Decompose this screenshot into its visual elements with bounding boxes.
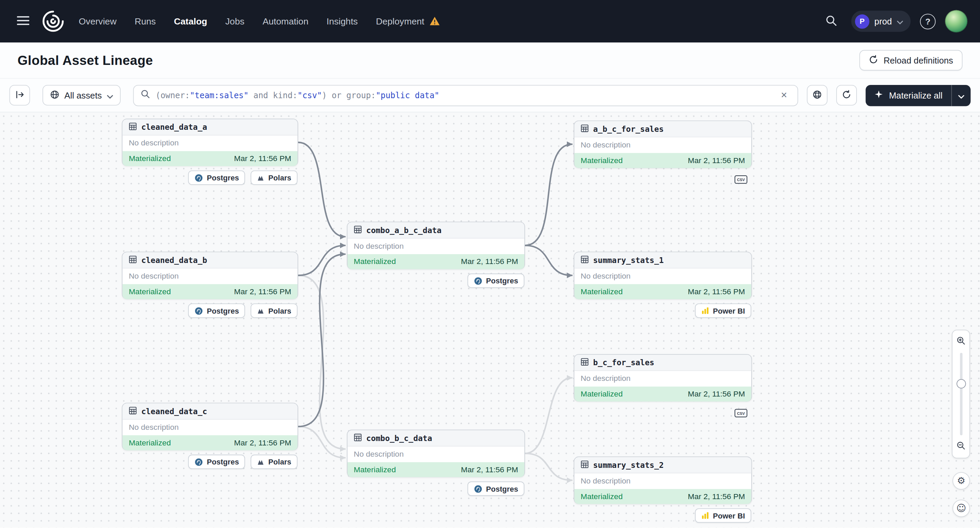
search-button[interactable] xyxy=(821,11,842,32)
kind-tag-postgres[interactable]: Postgres xyxy=(188,303,245,318)
nav-item-insights[interactable]: Insights xyxy=(326,16,358,26)
asset-kind-tags: PostgresPolars xyxy=(188,455,298,469)
asset-node-b_c_for_sales[interactable]: b_c_for_sales No description Materialize… xyxy=(574,354,752,401)
dagster-logo[interactable] xyxy=(40,8,66,34)
asset-node-cleaned_data_a[interactable]: cleaned_data_a No description Materializ… xyxy=(122,119,298,166)
materialize-options-caret[interactable] xyxy=(951,85,970,106)
kind-tag-powerbi[interactable]: Power BI xyxy=(695,508,751,523)
materialized-timestamp: Mar 2, 11:56 PM xyxy=(688,287,745,296)
asset-description: No description xyxy=(574,268,751,284)
table-icon xyxy=(581,459,589,471)
kind-tag-label: Polars xyxy=(268,457,291,466)
asset-scope-dropdown[interactable]: All assets xyxy=(43,85,121,106)
lineage-edge-combo_b_c_data-to-b_c_for_sales xyxy=(525,378,572,453)
asset-node-header: cleaned_data_a xyxy=(123,119,298,136)
kind-tag-polars[interactable]: Polars xyxy=(251,303,298,318)
asset-node-cleaned_data_b[interactable]: cleaned_data_b No description Materializ… xyxy=(122,252,298,299)
kind-tag-polars[interactable]: Polars xyxy=(251,171,298,185)
asset-name: cleaned_data_c xyxy=(141,407,207,416)
asset-node-combo_b_c_data[interactable]: combo_b_c_data No description Materializ… xyxy=(347,430,525,477)
zoom-out-button[interactable] xyxy=(954,440,968,453)
asset-name: summary_stats_2 xyxy=(593,460,663,470)
asset-node-summary_stats_1[interactable]: summary_stats_1 No description Materiali… xyxy=(574,252,752,299)
svg-text:CSV: CSV xyxy=(737,411,745,415)
settings-button[interactable]: ⚙ xyxy=(953,472,970,490)
kind-tag-csv[interactable]: CSV xyxy=(735,406,748,420)
zoom-slider[interactable] xyxy=(959,353,962,435)
materialized-timestamp: Mar 2, 11:56 PM xyxy=(461,257,518,266)
materialize-all-button[interactable]: Materialize all xyxy=(866,85,970,106)
asset-kind-tags: Power BI xyxy=(695,303,751,318)
kind-tag-powerbi[interactable]: Power BI xyxy=(695,303,751,318)
asset-description: No description xyxy=(123,420,298,435)
materialize-sparkle-icon xyxy=(875,90,883,101)
kind-tag-csv[interactable]: CSV xyxy=(735,172,748,187)
user-avatar[interactable] xyxy=(945,10,967,32)
materialized-timestamp: Mar 2, 11:56 PM xyxy=(688,390,745,398)
reload-definitions-button[interactable]: Reload definitions xyxy=(859,50,963,71)
kind-tag-postgres[interactable]: Postgres xyxy=(188,171,245,185)
nav-item-deployment[interactable]: Deployment xyxy=(376,16,440,26)
open-panel-button[interactable] xyxy=(10,85,30,106)
lineage-toolbar: All assets (owner:"team:sales" and kind:… xyxy=(0,79,980,113)
kind-tag-postgres[interactable]: Postgres xyxy=(188,455,245,469)
asset-kind-tags: PostgresPolars xyxy=(188,303,298,318)
lineage-edge-combo_a_b_c_data-to-a_b_c_for_sales xyxy=(525,144,572,246)
asset-status-row: Materialized Mar 2, 11:56 PM xyxy=(347,462,524,477)
feedback-button[interactable]: ☺ xyxy=(953,499,970,517)
zoom-slider-handle[interactable] xyxy=(956,379,966,389)
nav-item-catalog[interactable]: Catalog xyxy=(174,16,207,26)
nav-item-label: Jobs xyxy=(226,16,245,26)
graph-settings-button[interactable] xyxy=(807,85,828,106)
asset-description: No description xyxy=(123,268,298,284)
asset-node-a_b_c_for_sales[interactable]: a_b_c_for_sales No description Materiali… xyxy=(574,121,752,168)
kind-tag-label: Postgres xyxy=(486,484,518,493)
search-icon xyxy=(826,14,837,28)
kind-tag-label: Postgres xyxy=(486,276,518,285)
asset-node-header: summary_stats_1 xyxy=(574,252,751,269)
help-icon: ? xyxy=(925,17,931,26)
panel-open-icon xyxy=(15,90,24,101)
help-button[interactable]: ? xyxy=(920,14,936,29)
asset-node-header: cleaned_data_c xyxy=(123,403,298,420)
materialized-status: Materialized xyxy=(354,257,396,266)
feedback-icon: ☺ xyxy=(956,504,966,513)
nav-item-overview[interactable]: Overview xyxy=(79,16,117,26)
nav-item-automation[interactable]: Automation xyxy=(262,16,309,26)
asset-node-summary_stats_2[interactable]: summary_stats_2 No description Materiali… xyxy=(574,457,752,504)
refresh-button[interactable] xyxy=(837,85,857,106)
nav-item-label: Automation xyxy=(262,16,309,26)
asset-description: No description xyxy=(347,238,524,254)
asset-kind-tags: CSV xyxy=(735,406,751,420)
asset-node-header: a_b_c_for_sales xyxy=(574,121,751,138)
asset-kind-tags: PostgresPolars xyxy=(188,171,298,185)
globe-icon xyxy=(50,90,59,101)
asset-kind-tags: Postgres xyxy=(467,274,524,288)
clear-search-button[interactable]: × xyxy=(777,88,791,102)
dagster-app: Overview Runs Catalog Jobs Automation In… xyxy=(0,0,980,528)
kind-tag-polars[interactable]: Polars xyxy=(251,455,298,469)
zoom-in-button[interactable] xyxy=(954,335,968,348)
hamburger-menu-button[interactable] xyxy=(13,11,33,32)
nav-item-runs[interactable]: Runs xyxy=(135,16,156,26)
asset-kind-tags: Power BI xyxy=(695,508,751,523)
asset-description: No description xyxy=(123,136,298,151)
asset-description: No description xyxy=(347,446,524,462)
asset-description: No description xyxy=(574,137,751,153)
materialized-timestamp: Mar 2, 11:56 PM xyxy=(234,287,291,296)
materialized-timestamp: Mar 2, 11:56 PM xyxy=(688,492,745,501)
lineage-edge-cleaned_data_a-to-combo_a_b_c_data xyxy=(298,143,345,237)
asset-node-cleaned_data_c[interactable]: cleaned_data_c No description Materializ… xyxy=(122,403,298,450)
materialize-all-main[interactable]: Materialize all xyxy=(866,85,951,106)
lineage-canvas[interactable]: cleaned_data_a No description Materializ… xyxy=(0,113,980,528)
lineage-edge-cleaned_data_b-to-combo_b_c_data xyxy=(298,276,345,449)
deployment-selector[interactable]: P prod xyxy=(851,11,911,32)
kind-tag-label: Postgres xyxy=(207,457,239,466)
asset-node-combo_a_b_c_data[interactable]: combo_a_b_c_data No description Material… xyxy=(347,222,525,269)
kind-tag-postgres[interactable]: Postgres xyxy=(467,482,524,496)
kind-tag-postgres[interactable]: Postgres xyxy=(467,274,524,288)
nav-item-jobs[interactable]: Jobs xyxy=(226,16,245,26)
asset-search-input[interactable]: (owner:"team:sales" and kind:"csv") or g… xyxy=(133,85,799,106)
warning-icon xyxy=(429,16,440,26)
asset-kind-tags: CSV xyxy=(735,172,751,187)
